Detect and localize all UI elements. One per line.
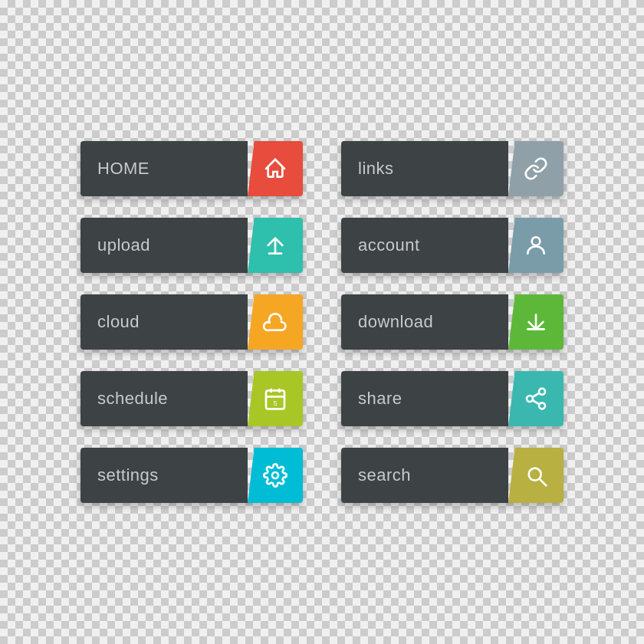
search-icon: [508, 448, 564, 503]
svg-line-7: [532, 393, 539, 397]
home-label: HOME: [80, 141, 248, 196]
cloud-label: cloud: [80, 294, 248, 350]
svg-line-10: [540, 480, 546, 485]
upload-icon: [248, 218, 303, 273]
cloud-icon: [248, 294, 303, 350]
svg-line-6: [532, 400, 539, 404]
home-icon: [248, 141, 303, 196]
svg-point-8: [272, 472, 278, 478]
account-label: account: [341, 218, 508, 273]
button-grid: HOME links upload account: [50, 110, 594, 534]
schedule-button[interactable]: schedule 5: [80, 371, 303, 426]
share-label: share: [341, 371, 508, 426]
cloud-button[interactable]: cloud: [80, 294, 303, 350]
account-button[interactable]: account: [341, 218, 564, 273]
svg-point-4: [527, 396, 533, 402]
svg-point-5: [539, 402, 545, 409]
settings-button[interactable]: settings: [80, 448, 303, 503]
download-icon: [508, 294, 564, 350]
home-button[interactable]: HOME: [80, 141, 303, 196]
svg-text:5: 5: [273, 399, 277, 407]
svg-point-0: [532, 237, 540, 245]
schedule-icon: 5: [248, 371, 303, 426]
search-label: search: [341, 448, 508, 503]
svg-point-9: [529, 468, 541, 481]
schedule-label: schedule: [80, 371, 248, 426]
download-label: download: [341, 294, 508, 350]
share-icon: [508, 371, 564, 426]
links-button[interactable]: links: [341, 141, 564, 196]
svg-point-3: [539, 389, 545, 395]
search-button[interactable]: search: [341, 448, 564, 503]
links-label: links: [341, 141, 508, 196]
share-button[interactable]: share: [341, 371, 564, 426]
account-icon: [508, 218, 564, 273]
upload-button[interactable]: upload: [80, 218, 303, 273]
settings-icon: [248, 448, 303, 503]
settings-label: settings: [80, 448, 248, 503]
links-icon: [508, 141, 564, 196]
upload-label: upload: [80, 218, 248, 273]
download-button[interactable]: download: [341, 294, 564, 350]
